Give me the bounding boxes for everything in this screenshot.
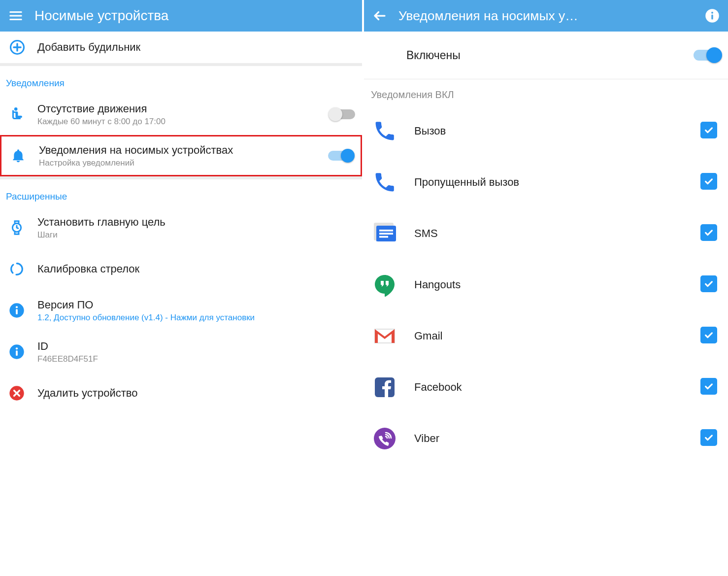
firmware-sub: 1.2, Доступно обновление (v1.4) - Нажми … [37, 313, 355, 323]
checkbox-icon [700, 378, 717, 395]
svg-rect-18 [379, 236, 388, 238]
facebook-icon [373, 375, 414, 399]
info-icon [7, 303, 37, 318]
app-name-label: Gmail [414, 330, 700, 342]
info-icon[interactable] [703, 7, 721, 25]
app-name-label: Hangouts [414, 278, 700, 291]
app-row[interactable]: Facebook [364, 362, 728, 413]
close-circle-icon [7, 385, 37, 401]
row-wearable-notifications[interactable]: Уведомления на носимых устройствах Настр… [0, 135, 362, 176]
app-row[interactable]: Hangouts [364, 259, 728, 310]
main-goal-title: Установить главную цель [37, 215, 355, 229]
calibrate-title: Калибровка стрелок [37, 262, 355, 276]
inactivity-switch[interactable] [330, 109, 355, 119]
checkbox-icon [700, 429, 717, 446]
gmail-icon [373, 324, 414, 348]
row-enabled[interactable]: Включены [364, 32, 728, 79]
phone-icon [373, 119, 414, 143]
row-firmware[interactable]: Версия ПО 1.2, Доступно обновление (v1.4… [0, 290, 362, 331]
hangouts-icon [373, 273, 414, 297]
inactivity-title: Отсутствие движения [37, 102, 326, 116]
svg-rect-17 [379, 233, 393, 235]
row-id[interactable]: ID F46EE8D4F51F [0, 331, 362, 373]
app-checkbox[interactable] [700, 378, 719, 397]
svg-point-13 [711, 12, 713, 14]
svg-point-3 [11, 264, 23, 275]
appbar-title: Уведомления на носимых у… [398, 8, 703, 24]
back-arrow-icon[interactable] [371, 7, 389, 25]
firmware-title: Версия ПО [37, 298, 355, 312]
app-checkbox[interactable] [700, 275, 719, 294]
row-main-goal[interactable]: Установить главную цель Шаги [0, 207, 362, 248]
section-header-notifications: Уведомления [0, 66, 362, 94]
svg-point-1 [14, 107, 18, 111]
app-name-label: SMS [414, 227, 700, 240]
wearable-notif-title: Уведомления на носимых устройствах [39, 143, 324, 157]
svg-point-9 [16, 347, 18, 349]
app-checkbox[interactable] [700, 429, 719, 448]
id-title: ID [37, 339, 355, 353]
app-row[interactable]: Gmail [364, 310, 728, 362]
phone-icon [373, 170, 414, 194]
add-alarm-label: Добавить будильник [37, 40, 355, 54]
svg-rect-5 [16, 309, 18, 314]
bell-icon [8, 148, 39, 164]
app-checkbox[interactable] [700, 224, 719, 243]
main-goal-sub: Шаги [37, 230, 355, 240]
checkbox-icon [700, 122, 717, 138]
app-checkbox[interactable] [700, 122, 719, 140]
app-checkbox[interactable] [700, 173, 719, 192]
hamburger-icon[interactable] [7, 7, 25, 25]
viber-icon [373, 427, 414, 450]
wearable-notif-sub: Настройка уведомлений [39, 158, 324, 168]
id-sub: F46EE8D4F51F [37, 354, 355, 364]
row-inactivity[interactable]: Отсутствие движения Каждые 60 минут с 8:… [0, 94, 362, 135]
svg-rect-16 [379, 230, 393, 232]
checkbox-icon [700, 327, 717, 343]
inactivity-sub: Каждые 60 минут с 8:00 до 17:00 [37, 117, 326, 127]
sms-icon [373, 222, 414, 245]
app-checkbox[interactable] [700, 327, 719, 345]
app-row[interactable]: Вызов [364, 105, 728, 157]
row-calibrate[interactable]: Калибровка стрелок [0, 248, 362, 290]
app-row[interactable]: SMS [364, 208, 728, 259]
plus-circle-icon [7, 39, 37, 56]
app-name-label: Viber [414, 432, 700, 445]
enabled-switch[interactable] [694, 50, 721, 61]
checkbox-icon [700, 275, 717, 292]
info-icon [7, 344, 37, 360]
svg-rect-8 [16, 350, 18, 356]
app-notification-list: ВызовПропущенный вызовSMSHangoutsGmailFa… [364, 105, 728, 464]
list-header: Уведомления ВКЛ [364, 79, 728, 105]
app-name-label: Вызов [414, 125, 700, 137]
app-name-label: Пропущенный вызов [414, 176, 700, 189]
refresh-icon [7, 261, 37, 277]
row-add-alarm[interactable]: Добавить будильник [0, 32, 362, 63]
section-header-advanced: Расширенные [0, 179, 362, 207]
sitting-person-icon [7, 106, 37, 123]
appbar-title: Носимые устройства [34, 8, 355, 24]
watch-icon [7, 220, 37, 236]
checkbox-icon [700, 173, 717, 190]
app-name-label: Facebook [414, 381, 700, 394]
screen-wearable-devices: Носимые устройства Добавить будильник Ув… [0, 0, 364, 576]
svg-point-6 [16, 306, 18, 308]
row-remove-device[interactable]: Удалить устройство [0, 373, 362, 414]
remove-title: Удалить устройство [37, 386, 355, 400]
wearable-notif-switch[interactable] [328, 151, 354, 161]
appbar-left: Носимые устройства [0, 0, 362, 32]
appbar-right: Уведомления на носимых у… [364, 0, 728, 32]
svg-point-21 [374, 428, 396, 449]
enabled-label: Включены [406, 48, 690, 63]
checkbox-icon [700, 224, 717, 241]
app-row[interactable]: Viber [364, 413, 728, 464]
app-row[interactable]: Пропущенный вызов [364, 157, 728, 208]
svg-rect-12 [711, 15, 713, 20]
screen-notifications-on-wearable: Уведомления на носимых у… Включены Уведо… [364, 0, 728, 576]
